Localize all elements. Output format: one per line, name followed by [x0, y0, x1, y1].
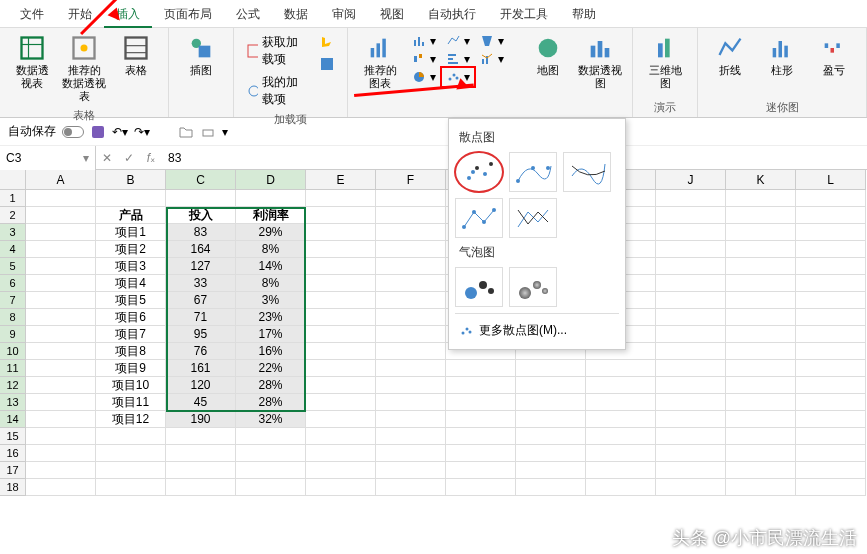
cell[interactable]: [796, 428, 866, 445]
cell[interactable]: [376, 428, 446, 445]
cell[interactable]: 83: [166, 224, 236, 241]
enter-icon[interactable]: ✓: [118, 151, 140, 165]
cell[interactable]: [26, 241, 96, 258]
cell[interactable]: [726, 377, 796, 394]
recommended-charts-button[interactable]: 推荐的 图表: [356, 32, 404, 92]
col-header-K[interactable]: K: [726, 170, 796, 190]
cell[interactable]: 项目10: [96, 377, 166, 394]
cell[interactable]: [236, 428, 306, 445]
line-chart-icon[interactable]: ▾: [442, 32, 474, 50]
cell[interactable]: [306, 241, 376, 258]
cell[interactable]: [516, 377, 586, 394]
cell[interactable]: [26, 224, 96, 241]
funnel-chart-icon[interactable]: ▾: [476, 32, 508, 50]
cell[interactable]: [306, 275, 376, 292]
bubble-option[interactable]: [455, 267, 503, 307]
scatter-smooth-option[interactable]: [563, 152, 611, 192]
cell[interactable]: [306, 411, 376, 428]
cell[interactable]: [656, 479, 726, 496]
menu-公式[interactable]: 公式: [224, 0, 272, 28]
cell[interactable]: [376, 377, 446, 394]
cell[interactable]: 项目7: [96, 326, 166, 343]
select-all-corner[interactable]: [0, 170, 26, 190]
bing-button[interactable]: [315, 32, 339, 52]
cell[interactable]: [236, 445, 306, 462]
cell[interactable]: [306, 224, 376, 241]
row-header-3[interactable]: 3: [0, 224, 26, 241]
cell[interactable]: [96, 190, 166, 207]
cell[interactable]: 32%: [236, 411, 306, 428]
save-icon[interactable]: [90, 124, 106, 140]
row-header-4[interactable]: 4: [0, 241, 26, 258]
bubble-3d-option[interactable]: [509, 267, 557, 307]
cell[interactable]: [306, 377, 376, 394]
cell[interactable]: [96, 462, 166, 479]
row-header-8[interactable]: 8: [0, 309, 26, 326]
cancel-icon[interactable]: ✕: [96, 151, 118, 165]
col-header-J[interactable]: J: [656, 170, 726, 190]
undo-icon[interactable]: ↶▾: [112, 125, 128, 139]
cell[interactable]: [306, 394, 376, 411]
col-header-C[interactable]: C: [166, 170, 236, 190]
cell[interactable]: 76: [166, 343, 236, 360]
menu-页面布局[interactable]: 页面布局: [152, 0, 224, 28]
cell[interactable]: [586, 394, 656, 411]
cell[interactable]: [376, 326, 446, 343]
dropdown-icon[interactable]: ▾: [222, 125, 228, 139]
pivot-table-button[interactable]: 数据透 视表: [8, 32, 56, 92]
cell[interactable]: 项目6: [96, 309, 166, 326]
cell[interactable]: 项目3: [96, 258, 166, 275]
cell[interactable]: [656, 462, 726, 479]
cell[interactable]: [446, 445, 516, 462]
cell[interactable]: [796, 462, 866, 479]
row-header-17[interactable]: 17: [0, 462, 26, 479]
cell[interactable]: [26, 360, 96, 377]
3d-map-button[interactable]: 三维地 图: [641, 32, 689, 92]
cell[interactable]: [656, 275, 726, 292]
menu-自动执行[interactable]: 自动执行: [416, 0, 488, 28]
cell[interactable]: [306, 190, 376, 207]
cell[interactable]: [26, 258, 96, 275]
cell[interactable]: [26, 428, 96, 445]
cell[interactable]: 8%: [236, 241, 306, 258]
cell[interactable]: [306, 462, 376, 479]
cell[interactable]: [796, 207, 866, 224]
cell[interactable]: [446, 428, 516, 445]
cell[interactable]: [446, 479, 516, 496]
scatter-straight-lines-option[interactable]: [509, 198, 557, 238]
cell[interactable]: [796, 224, 866, 241]
scatter-option[interactable]: [455, 152, 503, 192]
cell[interactable]: [446, 462, 516, 479]
cell[interactable]: 产品: [96, 207, 166, 224]
cell[interactable]: [586, 462, 656, 479]
cell[interactable]: [376, 394, 446, 411]
cell[interactable]: [376, 207, 446, 224]
cell[interactable]: [26, 377, 96, 394]
cell[interactable]: [26, 479, 96, 496]
row-header-9[interactable]: 9: [0, 326, 26, 343]
cell[interactable]: [26, 190, 96, 207]
cell[interactable]: [586, 411, 656, 428]
row-header-12[interactable]: 12: [0, 377, 26, 394]
cell[interactable]: 164: [166, 241, 236, 258]
cell[interactable]: [656, 377, 726, 394]
cell[interactable]: [656, 207, 726, 224]
cell[interactable]: [726, 258, 796, 275]
cell[interactable]: [306, 428, 376, 445]
cell[interactable]: [726, 207, 796, 224]
row-header-6[interactable]: 6: [0, 275, 26, 292]
cell[interactable]: 项目12: [96, 411, 166, 428]
cell[interactable]: [376, 275, 446, 292]
scatter-chart-icon[interactable]: ▾: [442, 68, 474, 86]
cell[interactable]: 项目5: [96, 292, 166, 309]
cell[interactable]: [26, 292, 96, 309]
cell[interactable]: [586, 360, 656, 377]
cell[interactable]: [26, 343, 96, 360]
cell[interactable]: [516, 445, 586, 462]
cell[interactable]: 项目11: [96, 394, 166, 411]
col-header-E[interactable]: E: [306, 170, 376, 190]
cell[interactable]: [796, 479, 866, 496]
cell[interactable]: [516, 462, 586, 479]
cell[interactable]: [446, 377, 516, 394]
redo-icon[interactable]: ↷▾: [134, 125, 150, 139]
